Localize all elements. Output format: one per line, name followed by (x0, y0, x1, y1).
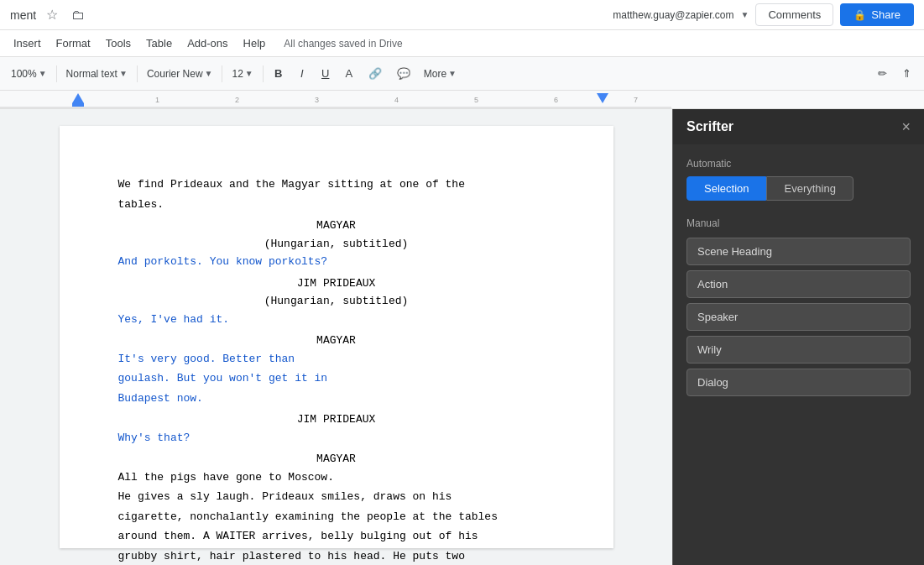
scene-block-5: JIM PRIDEAUX Why's that? (118, 411, 555, 446)
menu-insert[interactable]: Insert (7, 34, 48, 53)
folder-icon[interactable]: 🗀 (68, 6, 88, 24)
divider-1 (56, 65, 57, 82)
svg-rect-9 (72, 103, 84, 107)
style-value: Normal text (66, 68, 117, 80)
action-line: grubby shirt, hair plastered to his head… (118, 548, 555, 565)
zoom-select[interactable]: 100% ▼ (7, 65, 51, 83)
action-line: We find Prideaux and the Magyar sitting … (118, 176, 555, 193)
menu-table[interactable]: Table (139, 34, 179, 53)
auto-buttons: Selection Everything (686, 176, 911, 201)
selection-button[interactable]: Selection (686, 176, 766, 201)
dialog-line: Budapest now. (118, 390, 555, 407)
svg-text:1: 1 (155, 96, 159, 104)
menu-bar: Insert Format Tools Table Add-ons Help A… (0, 30, 924, 57)
divider-4 (263, 65, 264, 82)
page[interactable]: We find Prideaux and the Magyar sitting … (60, 126, 613, 548)
comment-button[interactable]: 💬 (391, 63, 416, 85)
zoom-chevron: ▼ (39, 69, 47, 78)
dialog-button[interactable]: Dialog (686, 369, 911, 396)
parenthetical-line: (Hungarian, subtitled) (118, 236, 555, 253)
size-value: 12 (232, 68, 243, 80)
scrifter-close-button[interactable]: × (901, 119, 911, 134)
font-value: Courier New (147, 68, 203, 80)
more-value: More (424, 68, 446, 80)
style-select[interactable]: Normal text ▼ (62, 65, 132, 83)
everything-button[interactable]: Everything (766, 176, 853, 201)
scene-block-2: MAGYAR (Hungarian, subtitled) And porkol… (118, 217, 555, 270)
action-line: He gives a sly laugh. Prideaux smiles, d… (118, 489, 555, 505)
link-button[interactable]: 🔗 (363, 63, 388, 85)
style-chevron: ▼ (119, 69, 128, 78)
main: We find Prideaux and the Magyar sitting … (0, 109, 924, 565)
scrifter-panel: Scrifter × Automatic Selection Everythin… (672, 109, 924, 565)
size-select[interactable]: 12 ▼ (227, 65, 257, 83)
size-chevron: ▼ (245, 69, 253, 78)
scene-heading-button[interactable]: Scene Heading (686, 238, 911, 265)
zoom-value: 100% (11, 68, 37, 80)
menu-addons[interactable]: Add-ons (180, 34, 234, 53)
more-chevron: ▼ (448, 69, 457, 78)
manual-section: Manual Scene Heading Action Speaker Wril… (686, 217, 911, 396)
automatic-label: Automatic (686, 158, 911, 170)
action-button[interactable]: Action (686, 270, 911, 298)
font-color-button[interactable]: A (339, 63, 359, 85)
more-select[interactable]: More ▼ (420, 65, 461, 83)
top-bar: ment ☆ 🗀 matthew.guay@zapier.com ▼ Comme… (0, 0, 924, 30)
wrily-button[interactable]: Wrily (686, 336, 911, 364)
font-select[interactable]: Courier New ▼ (143, 65, 217, 83)
top-bar-left: ment ☆ 🗀 (10, 5, 88, 24)
share-button[interactable]: 🔒 Share (840, 3, 914, 26)
svg-text:4: 4 (394, 96, 399, 104)
star-icon[interactable]: ☆ (43, 5, 61, 24)
svg-marker-10 (597, 93, 608, 103)
dialog-line: Yes, I've had it. (118, 311, 555, 328)
ruler-svg: 1 2 3 4 5 6 7 (0, 91, 924, 108)
character-line: MAGYAR (118, 217, 555, 234)
lock-icon: 🔒 (854, 9, 866, 21)
manual-buttons: Scene Heading Action Speaker Wrily Dialo… (686, 238, 911, 396)
scrifter-header: Scrifter × (673, 109, 924, 144)
svg-text:2: 2 (235, 96, 239, 104)
action-line: tables. (118, 196, 555, 213)
bold-button[interactable]: B (269, 63, 289, 85)
scene-block-6: MAGYAR All the pigs have gone to Moscow.… (118, 451, 555, 565)
collapse-button[interactable]: ⇑ (896, 63, 917, 85)
dialog-line: Why's that? (118, 430, 555, 447)
top-bar-right: matthew.guay@zapier.com ▼ Comments 🔒 Sha… (613, 3, 914, 26)
share-label: Share (871, 8, 901, 21)
speaker-button[interactable]: Speaker (686, 303, 911, 331)
chevron-down-icon[interactable]: ▼ (741, 10, 749, 19)
pen-button[interactable]: ✏ (872, 63, 893, 85)
italic-button[interactable]: I (292, 63, 312, 85)
action-line: cigarette, nonchalantly examining the pe… (118, 509, 555, 526)
underline-button[interactable]: U (316, 63, 336, 85)
svg-marker-8 (72, 93, 84, 103)
action-line: All the pigs have gone to Moscow. (118, 469, 555, 486)
manual-label: Manual (686, 217, 911, 229)
menu-format[interactable]: Format (50, 34, 97, 53)
dialog-line: It's very good. Better than (118, 351, 555, 368)
character-line: JIM PRIDEAUX (118, 411, 555, 428)
svg-text:6: 6 (554, 96, 558, 104)
toolbar: 100% ▼ Normal text ▼ Courier New ▼ 12 ▼ … (0, 57, 924, 91)
menu-help[interactable]: Help (237, 34, 273, 53)
doc-area[interactable]: We find Prideaux and the Magyar sitting … (0, 109, 672, 565)
autosave-message: All changes saved in Drive (284, 38, 402, 50)
action-line: around them. A WAITER arrives, belly bul… (118, 528, 555, 545)
menu-tools[interactable]: Tools (99, 34, 138, 53)
parenthetical-line: (Hungarian, subtitled) (118, 293, 555, 310)
scene-block-3: JIM PRIDEAUX (Hungarian, subtitled) Yes,… (118, 275, 555, 328)
character-line: JIM PRIDEAUX (118, 275, 555, 292)
comments-button[interactable]: Comments (755, 3, 833, 26)
divider-2 (137, 65, 138, 82)
dialog-line: goulash. But you won't get it in (118, 370, 555, 387)
divider-3 (222, 65, 222, 82)
scrifter-body: Automatic Selection Everything Manual Sc… (673, 144, 924, 410)
character-line: MAGYAR (118, 332, 555, 349)
character-line: MAGYAR (118, 451, 555, 468)
svg-text:7: 7 (634, 96, 638, 104)
ruler: 1 2 3 4 5 6 7 (0, 91, 924, 109)
scene-block-4: MAGYAR It's very good. Better than goula… (118, 332, 555, 406)
doc-title: ment (10, 8, 36, 22)
scrifter-title: Scrifter (686, 119, 733, 134)
